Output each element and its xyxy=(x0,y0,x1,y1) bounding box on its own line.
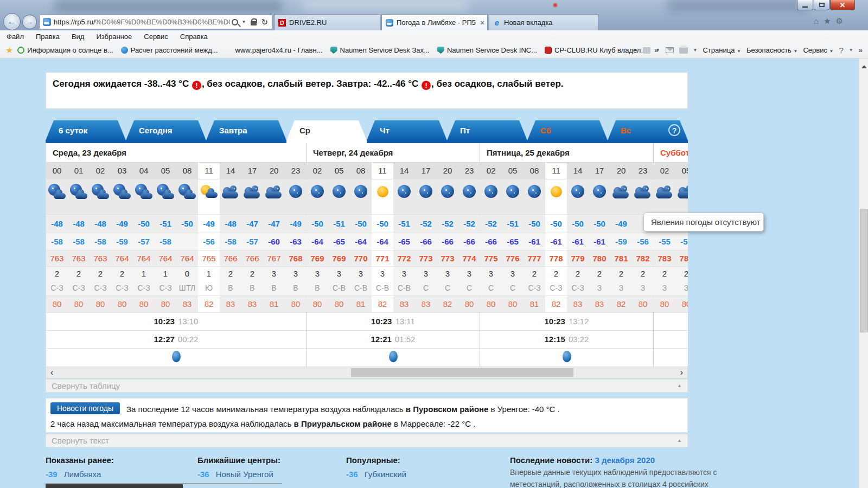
day-tab-Сб[interactable]: Сб xyxy=(527,120,608,140)
day-tab-Вс[interactable]: Вс? xyxy=(608,120,688,140)
table-horizontal-scrollbar[interactable]: ‹ › xyxy=(46,367,688,378)
chevron-down-icon[interactable]: ▼ xyxy=(693,48,698,53)
weather-cell[interactable] xyxy=(545,179,567,214)
weather-cell[interactable] xyxy=(480,179,502,214)
news-date-link[interactable]: 3 декабря 2020 xyxy=(595,455,655,465)
weather-cell[interactable] xyxy=(567,179,589,214)
weather-cell[interactable] xyxy=(393,179,415,214)
day-tab-Пт[interactable]: Пт xyxy=(447,120,527,140)
weather-cell[interactable] xyxy=(437,179,458,214)
weather-cell[interactable] xyxy=(263,179,285,214)
warning-icon: ! xyxy=(422,81,431,90)
menu-Вид[interactable]: Вид xyxy=(72,33,85,41)
back-button[interactable]: ← xyxy=(3,13,21,30)
browser-tab-1[interactable]: DDRIVE2.RU xyxy=(274,14,380,30)
weather-cell[interactable] xyxy=(502,179,524,214)
collapse-table-bar[interactable]: Свернуть таблицу ▲ xyxy=(46,379,688,393)
weather-cell[interactable] xyxy=(458,179,480,214)
help-icon[interactable]: ? xyxy=(668,124,680,136)
chevron-down-icon[interactable]: ▼ xyxy=(656,48,660,53)
scroll-right-arrow-icon[interactable]: › xyxy=(680,367,683,378)
home-icon[interactable]: ⌂ xyxy=(623,46,628,55)
weather-cell[interactable] xyxy=(285,179,307,214)
page-menu[interactable]: Страница ▼ xyxy=(703,46,741,54)
maximize-button[interactable] xyxy=(814,0,829,10)
day-length-value: 12:21 xyxy=(371,335,392,344)
weather-cell[interactable] xyxy=(241,179,263,214)
weather-cell[interactable] xyxy=(111,179,133,214)
favorite-item[interactable]: Naumen Service Desk Зах... xyxy=(330,46,430,54)
weather-cell[interactable] xyxy=(155,179,176,214)
browser-tab-2[interactable]: Погода в Лимбяхе - РП5× xyxy=(381,14,488,30)
day-tab-6 суток[interactable]: 6 суток xyxy=(46,120,126,140)
favorite-item[interactable]: Расчет расстояний межд... xyxy=(121,46,218,54)
weather-cell[interactable] xyxy=(198,179,220,214)
weather-cell[interactable] xyxy=(524,179,545,214)
minimize-button[interactable] xyxy=(797,0,813,10)
chevron-down-icon[interactable]: ▼ xyxy=(633,48,637,53)
favorite-item[interactable]: Naumen Service Desk INC... xyxy=(437,46,537,54)
mail-icon[interactable] xyxy=(666,47,674,53)
day-tab-Ср[interactable]: Ср xyxy=(286,120,367,140)
city-link[interactable]: Губкинский xyxy=(365,470,406,479)
weather-news-button[interactable]: Новости погоды xyxy=(50,402,120,414)
home-icon[interactable]: ⌂ xyxy=(814,16,819,26)
weather-cell[interactable] xyxy=(372,179,393,214)
vertical-scrollbar-thumb[interactable] xyxy=(860,209,868,332)
menu-Файл[interactable]: Файл xyxy=(7,33,24,41)
tab-close-icon[interactable]: × xyxy=(476,18,484,27)
weather-cell[interactable] xyxy=(176,179,198,214)
address-bar[interactable]: https://rp5.ru/%D0%9F%D0%BE%D0%B3%D0%BE%… xyxy=(39,15,272,29)
overflow-chevron-icon[interactable]: » xyxy=(859,46,863,54)
vertical-scrollbar[interactable] xyxy=(859,59,868,488)
weather-cell[interactable] xyxy=(307,179,328,214)
city-link[interactable]: Новый Уренгой xyxy=(216,470,273,479)
weather-cell[interactable] xyxy=(46,179,68,214)
weather-cell[interactable] xyxy=(90,179,111,214)
menu-Сервис[interactable]: Сервис xyxy=(144,33,168,41)
weather-cell[interactable] xyxy=(350,179,372,214)
menu-Правка[interactable]: Правка xyxy=(36,33,60,41)
favorite-item[interactable]: www.pajero4x4.ru - Главн... xyxy=(226,46,323,54)
weather-cell[interactable] xyxy=(68,179,90,214)
weather-cell[interactable] xyxy=(133,179,155,214)
day-tab-Чт[interactable]: Чт xyxy=(367,120,447,140)
collapse-text-bar[interactable]: Свернуть текст ▲ xyxy=(46,434,688,447)
wind-speed-cell: 2 xyxy=(610,267,632,281)
favorites-star-icon[interactable]: ★ xyxy=(824,16,831,26)
close-button[interactable]: ✕ xyxy=(830,0,855,10)
day-tab-Сегодня[interactable]: Сегодня xyxy=(126,120,206,140)
menu-Справка[interactable]: Справка xyxy=(180,33,208,41)
security-menu[interactable]: Безопасность ▼ xyxy=(746,46,797,54)
favorites-bar-star-icon[interactable]: ★ xyxy=(5,45,13,55)
url-text[interactable]: https://rp5.ru/%D0%9F%D0%BE%D0%B3%D0%BE%… xyxy=(54,18,230,26)
tools-menu[interactable]: Сервис ▼ xyxy=(803,46,833,54)
favorite-item[interactable]: Информация о солнце в... xyxy=(17,46,113,54)
refresh-icon[interactable]: ↻ xyxy=(261,17,268,27)
browser-tab-3[interactable]: eНовая вкладка xyxy=(489,14,598,30)
scroll-left-arrow-icon[interactable]: ‹ xyxy=(50,367,53,378)
menu-Избранное[interactable]: Избранное xyxy=(96,33,132,41)
weather-cell[interactable] xyxy=(589,179,610,214)
city-link[interactable]: Лимбяяха xyxy=(64,470,101,479)
weather-cell[interactable] xyxy=(632,179,654,214)
weather-cell[interactable] xyxy=(328,179,350,214)
weather-cell[interactable] xyxy=(675,179,688,214)
chevron-down-icon[interactable]: ▼ xyxy=(242,20,246,24)
weather-cell[interactable] xyxy=(654,179,675,214)
horizontal-scrollbar-thumb[interactable] xyxy=(351,368,573,377)
gear-icon[interactable]: ⚙ xyxy=(836,16,843,26)
scroll-up-arrow-icon[interactable] xyxy=(861,65,867,68)
print-icon[interactable] xyxy=(679,47,688,54)
pressure-cell: 772 xyxy=(393,251,415,266)
rss-icon[interactable] xyxy=(643,47,650,54)
hour-cell: 23 xyxy=(285,163,307,179)
search-icon[interactable] xyxy=(232,19,238,25)
help-icon[interactable]: ? xyxy=(839,46,844,55)
weather-cell[interactable] xyxy=(220,179,241,214)
chevron-down-icon[interactable]: ▼ xyxy=(849,48,853,53)
weather-cell[interactable] xyxy=(610,179,632,214)
forward-button[interactable]: → xyxy=(22,15,37,29)
weather-cell[interactable] xyxy=(415,179,437,214)
day-tab-Завтра[interactable]: Завтра xyxy=(206,120,286,140)
